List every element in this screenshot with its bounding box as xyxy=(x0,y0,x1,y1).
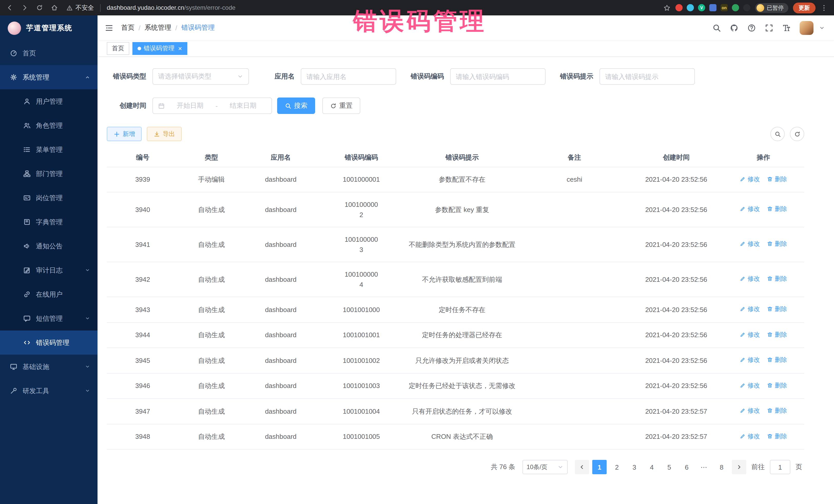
more-pages-button[interactable]: ⋯ xyxy=(697,460,711,474)
edit-link[interactable]: 修改 xyxy=(740,204,760,214)
kebab-menu-icon[interactable] xyxy=(820,4,828,12)
page-button-1[interactable]: 1 xyxy=(592,460,607,474)
error-tip-input[interactable] xyxy=(599,68,695,85)
tab-error-code[interactable]: 错误码管理 × xyxy=(132,42,187,54)
sidebar-item-audit-log[interactable]: 审计日志 xyxy=(0,258,97,282)
sidebar-item-dev-tool[interactable]: 研发工具 xyxy=(0,379,97,403)
browser-update-button[interactable]: 更新 xyxy=(793,2,815,13)
help-icon[interactable] xyxy=(747,23,756,32)
reload-icon[interactable] xyxy=(36,4,43,11)
search-icon[interactable] xyxy=(712,23,721,32)
on-badge-extension-icon[interactable]: on xyxy=(721,4,728,11)
date-range-picker[interactable]: 开始日期 - 结束日期 xyxy=(152,97,272,114)
url-bar[interactable]: dashboard.yudao.iocoder.cn/system/error-… xyxy=(107,4,236,11)
tab-home[interactable]: 首页 xyxy=(107,42,129,54)
next-page-button[interactable] xyxy=(732,460,746,474)
breadcrumb-separator: / xyxy=(138,24,140,31)
goto-page-input[interactable] xyxy=(770,460,790,474)
delete-link[interactable]: 删除 xyxy=(767,380,787,390)
fullscreen-icon[interactable] xyxy=(765,23,773,32)
breadcrumb-home[interactable]: 首页 xyxy=(121,23,134,32)
app-logo[interactable]: 芋道管理系统 xyxy=(0,15,97,41)
edit-link[interactable]: 修改 xyxy=(740,174,760,183)
cell-remark xyxy=(519,227,630,262)
delete-link[interactable]: 删除 xyxy=(767,239,787,249)
blue-grid-extension-icon[interactable] xyxy=(709,4,717,11)
delete-link[interactable]: 删除 xyxy=(767,204,787,214)
profile-paused-badge[interactable]: 已暂停 xyxy=(755,3,788,13)
page-size-value: 10条/页 xyxy=(527,463,547,472)
cell-type: 自动生成 xyxy=(179,322,244,348)
toggle-search-button[interactable] xyxy=(770,127,785,141)
page-button-4[interactable]: 4 xyxy=(644,460,659,474)
delete-link[interactable]: 删除 xyxy=(767,330,787,339)
green-v-extension-icon[interactable]: V xyxy=(698,4,705,11)
cell-app: dashboard xyxy=(244,192,317,227)
edit-link[interactable]: 修改 xyxy=(740,239,760,249)
error-type-select[interactable]: 请选择错误码类型 xyxy=(152,68,249,85)
delete-link[interactable]: 删除 xyxy=(767,274,787,284)
chevron-right-icon xyxy=(736,464,742,470)
sidebar-item-role[interactable]: 角色管理 xyxy=(0,113,97,137)
bookmark-star-icon[interactable] xyxy=(663,4,671,12)
chevron-left-icon xyxy=(579,464,585,470)
teal-extension-icon[interactable] xyxy=(687,4,694,11)
refresh-table-button[interactable] xyxy=(790,127,804,141)
home-icon[interactable] xyxy=(51,4,58,11)
page-button-8[interactable]: 8 xyxy=(715,460,729,474)
security-chip[interactable]: 不安全 xyxy=(66,3,94,12)
font-size-icon[interactable] xyxy=(782,23,791,32)
breadcrumb-system[interactable]: 系统管理 xyxy=(145,23,171,32)
edit-link[interactable]: 修改 xyxy=(740,274,760,284)
sidebar-item-notice[interactable]: 通知公告 xyxy=(0,234,97,258)
delete-link[interactable]: 删除 xyxy=(767,406,787,415)
edit-link[interactable]: 修改 xyxy=(740,380,760,390)
add-button[interactable]: 新增 xyxy=(107,127,142,141)
back-icon[interactable] xyxy=(6,4,13,11)
delete-link[interactable]: 删除 xyxy=(767,431,787,441)
green-leaf-extension-icon[interactable] xyxy=(732,4,739,11)
edit-link[interactable]: 修改 xyxy=(740,330,760,339)
reset-button[interactable]: 重置 xyxy=(322,97,360,114)
sidebar-item-dict[interactable]: 字典管理 xyxy=(0,210,97,234)
sidebar-item-infra[interactable]: 基础设施 xyxy=(0,355,97,379)
delete-link[interactable]: 删除 xyxy=(767,355,787,365)
sidebar-item-label: 短信管理 xyxy=(36,314,63,323)
sidebar-item-user[interactable]: 用户管理 xyxy=(0,89,97,113)
page-button-2[interactable]: 2 xyxy=(610,460,624,474)
search-button[interactable]: 搜索 xyxy=(277,97,315,114)
export-button[interactable]: 导出 xyxy=(147,127,182,141)
sidebar-item-error-code[interactable]: 错误码管理 xyxy=(0,330,97,355)
forward-icon[interactable] xyxy=(21,4,28,11)
app-name-input[interactable] xyxy=(301,68,396,85)
edit-link[interactable]: 修改 xyxy=(740,406,760,415)
error-code-input[interactable] xyxy=(450,68,546,85)
delete-link[interactable]: 删除 xyxy=(767,174,787,183)
chevron-down-icon xyxy=(557,464,564,470)
delete-link[interactable]: 删除 xyxy=(767,304,787,313)
page-button-3[interactable]: 3 xyxy=(627,460,641,474)
sidebar-item-label: 审计日志 xyxy=(36,266,63,275)
close-icon[interactable]: × xyxy=(178,45,182,51)
edit-link[interactable]: 修改 xyxy=(740,431,760,441)
page-size-select[interactable]: 10条/页 xyxy=(523,460,568,474)
sidebar-item-dept[interactable]: 部门管理 xyxy=(0,162,97,186)
red-extension-icon[interactable] xyxy=(675,4,683,11)
sidebar-item-system[interactable]: 系统管理 xyxy=(0,65,97,89)
edit-link[interactable]: 修改 xyxy=(740,304,760,313)
hamburger-icon[interactable] xyxy=(105,23,113,32)
avatar[interactable] xyxy=(799,21,813,35)
github-icon[interactable] xyxy=(730,23,739,32)
sidebar-item-online-user[interactable]: 在线用户 xyxy=(0,282,97,306)
chevron-down-icon[interactable] xyxy=(819,25,825,30)
page-button-6[interactable]: 6 xyxy=(680,460,694,474)
chevron-up-icon xyxy=(85,74,90,80)
sidebar-item-post[interactable]: 岗位管理 xyxy=(0,186,97,210)
dark-pin-extension-icon[interactable] xyxy=(743,4,750,11)
sidebar-item-menu[interactable]: 菜单管理 xyxy=(0,137,97,162)
edit-link[interactable]: 修改 xyxy=(740,355,760,365)
page-button-5[interactable]: 5 xyxy=(662,460,676,474)
prev-page-button[interactable] xyxy=(575,460,589,474)
sidebar-item-sms[interactable]: 短信管理 xyxy=(0,306,97,330)
sidebar-item-home[interactable]: 首页 xyxy=(0,41,97,65)
